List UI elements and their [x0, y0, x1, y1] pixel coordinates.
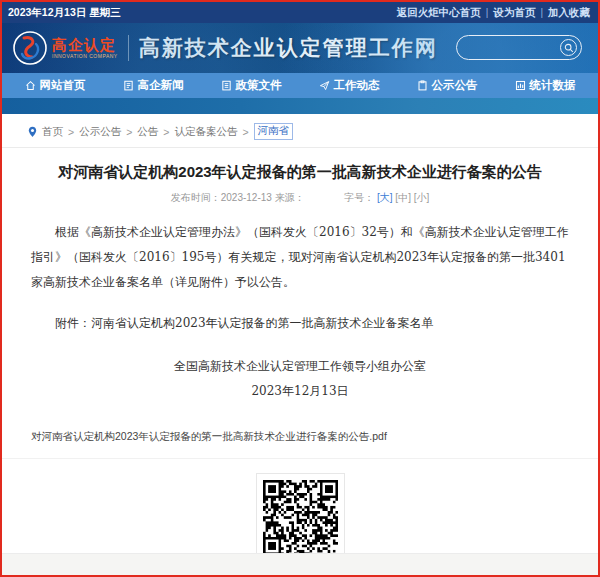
- page-footer: [2, 553, 598, 575]
- font-size-medium-button[interactable]: [中]: [395, 192, 411, 203]
- main-nav: 网站首页 高企新闻 政策文件 工作动态 公示公告 统计数据: [2, 73, 598, 98]
- link-add-favorite[interactable]: 加入收藏: [548, 6, 590, 20]
- qr-section-divider: [2, 458, 598, 459]
- pdf-attachment-link[interactable]: 对河南省认定机构2023年认定报备的第一批高新技术企业进行备案的公告.pdf: [31, 430, 387, 444]
- location-pin-icon: [28, 126, 37, 138]
- nav-item-label: 网站首页: [40, 78, 86, 93]
- logo-subtext: INNOVATION COMPANY: [52, 54, 118, 59]
- logo-icon: [12, 30, 48, 66]
- policy-icon: [221, 80, 232, 91]
- site-logo[interactable]: 高企认定 INNOVATION COMPANY: [12, 30, 118, 66]
- breadcrumb-separator: >: [242, 126, 248, 138]
- signature-office: 全国高新技术企业认定管理工作领导小组办公室: [31, 354, 569, 379]
- article-title: 对河南省认定机构2023年认定报备的第一批高新技术企业进行备案的公告: [42, 162, 558, 182]
- font-size-label: 字号：: [344, 192, 374, 203]
- chart-icon: [515, 80, 526, 91]
- publish-time-label: 发布时间：: [171, 192, 221, 203]
- nav-item-updates[interactable]: 工作动态: [313, 73, 386, 98]
- home-icon: [25, 80, 36, 91]
- breadcrumb-item-announcements[interactable]: 公示公告: [79, 125, 121, 139]
- breadcrumb-divider: [2, 147, 598, 148]
- link-torch-center-home[interactable]: 返回火炬中心首页: [397, 6, 481, 20]
- breadcrumb: 首页 > 公示公告 > 公告 > 认定备案公告 > 河南省: [2, 114, 598, 147]
- attachment-line: 附件：河南省认定机构2023年认定报备的第一批高新技术企业备案名单: [31, 311, 569, 336]
- qr-section: 扫一扫在手机打开当前页: [2, 473, 598, 553]
- top-link-separator: |: [540, 7, 543, 18]
- top-link-separator: |: [486, 7, 489, 18]
- news-icon: [123, 80, 134, 91]
- article-body: 根据《高新技术企业认定管理办法》（国科发火〔2016〕32号）和《高新技术企业认…: [2, 220, 598, 404]
- breadcrumb-item-notice[interactable]: 公告: [137, 125, 158, 139]
- content-area: 首页 > 公示公告 > 公告 > 认定备案公告 > 河南省 对河南省认定机构20…: [2, 114, 598, 553]
- breadcrumb-item-filing-notice[interactable]: 认定备案公告: [174, 125, 237, 139]
- search-icon: [564, 43, 574, 53]
- nav-item-announcements[interactable]: 公示公告: [411, 73, 484, 98]
- nav-item-policy[interactable]: 政策文件: [215, 73, 288, 98]
- site-header: 高企认定 INNOVATION COMPANY 高新技术企业认定管理工作网: [2, 23, 598, 73]
- article-meta: 发布时间：2023-12-13 来源： 字号： [大] [中] [小]: [2, 191, 598, 205]
- page-frame: 2023年12月13日 星期三 返回火炬中心首页 | 设为首页 | 加入收藏 高…: [0, 0, 600, 577]
- nav-item-label: 政策文件: [236, 78, 282, 93]
- breadcrumb-separator: >: [163, 126, 169, 138]
- send-icon: [319, 80, 330, 91]
- breadcrumb-current-henan[interactable]: 河南省: [254, 123, 294, 140]
- clipboard-icon: [417, 80, 428, 91]
- nav-item-label: 公示公告: [432, 78, 478, 93]
- nav-item-statistics[interactable]: 统计数据: [509, 73, 582, 98]
- search-input[interactable]: [467, 42, 560, 53]
- site-title: 高新技术企业认定管理工作网: [139, 34, 438, 62]
- search-area: [456, 35, 582, 60]
- link-set-homepage[interactable]: 设为首页: [493, 6, 535, 20]
- signature-date: 2023年12月13日: [31, 379, 569, 404]
- breadcrumb-item-home[interactable]: 首页: [42, 125, 63, 139]
- nav-item-label: 统计数据: [530, 78, 576, 93]
- font-size-small-button[interactable]: [小]: [414, 192, 430, 203]
- header-divider: [128, 35, 129, 61]
- current-date: 2023年12月13日 星期三: [8, 6, 121, 20]
- top-utility-bar: 2023年12月13日 星期三 返回火炬中心首页 | 设为首页 | 加入收藏: [2, 2, 598, 23]
- article-paragraph: 根据《高新技术企业认定管理办法》（国科发火〔2016〕32号）和《高新技术企业认…: [31, 220, 569, 295]
- qr-code: [263, 480, 338, 553]
- nav-item-label: 工作动态: [334, 78, 380, 93]
- breadcrumb-separator: >: [68, 126, 74, 138]
- breadcrumb-separator: >: [126, 126, 132, 138]
- nav-item-home[interactable]: 网站首页: [19, 73, 92, 98]
- font-size-large-button[interactable]: [大]: [377, 192, 393, 203]
- logo-text: 高企认定: [52, 37, 118, 52]
- search-button[interactable]: [560, 39, 577, 56]
- header-bottom-strip: [2, 98, 598, 114]
- nav-item-label: 高企新闻: [138, 78, 184, 93]
- search-box: [456, 35, 582, 60]
- nav-item-news[interactable]: 高企新闻: [117, 73, 190, 98]
- top-links: 返回火炬中心首页 | 设为首页 | 加入收藏: [397, 6, 590, 20]
- publish-date: 2023-12-13: [221, 192, 272, 203]
- qr-code-box: [256, 473, 345, 553]
- source-label: 来源：: [275, 192, 305, 203]
- logo-text-block: 高企认定 INNOVATION COMPANY: [52, 37, 118, 59]
